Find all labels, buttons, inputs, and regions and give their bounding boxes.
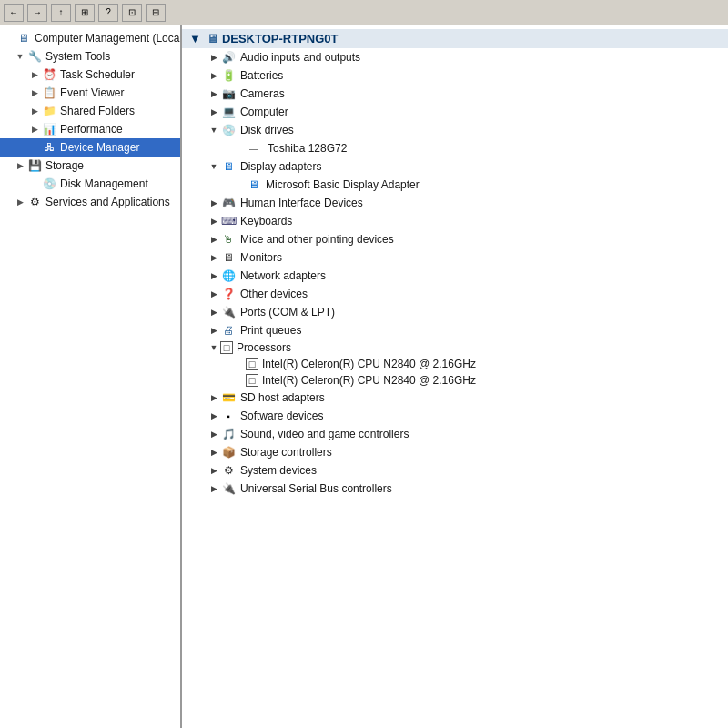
root-label: DESKTOP-RTPNG0T (222, 32, 339, 46)
expand-icon: ▶ (29, 69, 40, 80)
sidebar-item-label: Computer Management (Local) (35, 32, 182, 45)
print-icon: 🖨 (220, 323, 237, 338)
sidebar-item-label: Task Scheduler (60, 68, 135, 81)
device-item-toshiba[interactable]: — Toshiba 128G72 (182, 139, 728, 157)
device-item-sound[interactable]: ▶ 🎵 Sound, video and game controllers (182, 425, 728, 443)
expand-icon: ▼ (207, 162, 220, 171)
device-item-batteries[interactable]: ▶ 🔋 Batteries (182, 66, 728, 85)
sidebar-item-label: Shared Folders (60, 105, 135, 117)
device-item-keyboards[interactable]: ▶ ⌨ Keyboards (182, 212, 728, 230)
battery-icon: 🔋 (220, 68, 237, 83)
device-label: Toshiba 128G72 (268, 142, 347, 155)
processor-icon: □ (220, 341, 233, 354)
device-item-hid[interactable]: ▶ 🎮 Human Interface Devices (182, 194, 728, 212)
forward-button[interactable]: → (27, 4, 47, 22)
back-button[interactable]: ← (4, 4, 24, 22)
device-item-processors[interactable]: ▼ □ Processors (182, 339, 728, 356)
device-label: Software devices (240, 410, 323, 422)
expand-icon: ▶ (207, 53, 220, 62)
device-item-cameras[interactable]: ▶ 📷 Cameras (182, 85, 728, 103)
display-icon: 🖥 (220, 159, 237, 174)
task-scheduler-icon: ⏰ (42, 67, 56, 82)
sidebar-item-label: Performance (60, 123, 123, 136)
device-root[interactable]: ▼ 🖥 DESKTOP-RTPNG0T (182, 29, 728, 48)
device-label: Ports (COM & LPT) (240, 306, 335, 318)
device-item-disk-drives[interactable]: ▼ 💿 Disk drives (182, 121, 728, 139)
device-item-display-adapters[interactable]: ▼ 🖥 Display adapters (182, 157, 728, 176)
expand-icon: ▶ (207, 484, 220, 493)
main-content: 🖥 Computer Management (Local) ▼ 🔧 System… (0, 25, 728, 728)
sidebar-item-storage[interactable]: ▶ 💾 Storage (0, 157, 180, 175)
storage-icon: 💾 (27, 158, 42, 173)
device-item-ports[interactable]: ▶ 🔌 Ports (COM & LPT) (182, 303, 728, 321)
device-label: Mice and other pointing devices (240, 233, 394, 246)
device-label: Keyboards (240, 215, 292, 228)
maximize-button[interactable]: ⊡ (122, 4, 142, 22)
expand-icon: ▶ (207, 89, 220, 98)
device-item-audio[interactable]: ▶ 🔊 Audio inputs and outputs (182, 48, 728, 66)
device-item-computer[interactable]: ▶ 💻 Computer (182, 103, 728, 121)
device-label: Processors (237, 341, 291, 354)
computer-root-icon: 🖥 (207, 32, 218, 46)
device-item-mice[interactable]: ▶ 🖱 Mice and other pointing devices (182, 230, 728, 248)
device-label: Storage controllers (240, 446, 332, 459)
services-icon: ⚙ (27, 195, 42, 209)
device-item-monitors[interactable]: ▶ 🖥 Monitors (182, 248, 728, 267)
device-label: Print queues (240, 324, 301, 337)
expand-icon: ▼ (207, 126, 220, 135)
device-item-sd[interactable]: ▶ 💳 SD host adapters (182, 389, 728, 407)
mouse-icon: 🖱 (220, 232, 237, 247)
expand-icon: ▶ (207, 466, 220, 475)
show-hide-button[interactable]: ⊞ (75, 4, 95, 22)
device-label: Intel(R) Celeron(R) CPU N2840 @ 2.16GHz (262, 358, 476, 370)
device-label: Intel(R) Celeron(R) CPU N2840 @ 2.16GHz (262, 374, 476, 387)
up-button[interactable]: ↑ (51, 4, 71, 22)
sidebar-item-disk-management[interactable]: 💿 Disk Management (0, 175, 180, 193)
expand-icon: ▶ (207, 253, 220, 262)
sidebar-item-device-manager[interactable]: 🖧 Device Manager (0, 138, 180, 157)
expand-icon: ▶ (207, 107, 220, 116)
sidebar-item-label: Disk Management (60, 177, 148, 190)
device-label: Audio inputs and outputs (240, 51, 360, 64)
device-item-network[interactable]: ▶ 🌐 Network adapters (182, 267, 728, 285)
device-item-software[interactable]: ▶ ▪ Software devices (182, 407, 728, 425)
sidebar-item-label: Device Manager (60, 141, 139, 154)
sidebar-item-computer-management[interactable]: 🖥 Computer Management (Local) (0, 29, 180, 47)
device-item-other[interactable]: ▶ ❓ Other devices (182, 285, 728, 303)
sidebar-item-performance[interactable]: ▶ 📊 Performance (0, 120, 180, 138)
expand-icon: ▶ (207, 198, 220, 207)
help-button[interactable]: ? (98, 4, 118, 22)
performance-icon: 📊 (42, 122, 56, 136)
expand-icon: ▼ (15, 51, 25, 62)
device-item-storage-ctrl[interactable]: ▶ 📦 Storage controllers (182, 443, 728, 461)
device-item-system[interactable]: ▶ ⚙ System devices (182, 461, 728, 480)
software-icon: ▪ (220, 409, 237, 423)
device-item-cpu1[interactable]: □ Intel(R) Celeron(R) CPU N2840 @ 2.16GH… (182, 356, 728, 372)
display-child-icon: 🖥 (246, 177, 262, 192)
sidebar-item-system-tools[interactable]: ▼ 🔧 System Tools (0, 47, 180, 66)
sound-icon: 🎵 (220, 427, 237, 441)
device-item-print[interactable]: ▶ 🖨 Print queues (182, 321, 728, 339)
computer-icon: 🖥 (16, 31, 31, 46)
disk-icon: 💿 (220, 123, 237, 137)
expand-icon (29, 178, 40, 189)
expand-icon: ▶ (207, 235, 220, 244)
disk-child-icon: — (246, 141, 262, 156)
sidebar-item-task-scheduler[interactable]: ▶ ⏰ Task Scheduler (0, 66, 180, 84)
device-item-display-adapter-child[interactable]: 🖥 Microsoft Basic Display Adapter (182, 176, 728, 194)
system-tools-icon: 🔧 (27, 49, 42, 64)
toolbar: ← → ↑ ⊞ ? ⊡ ⊟ (0, 0, 728, 25)
expand-icon: ▶ (207, 411, 220, 420)
sidebar-item-event-viewer[interactable]: ▶ 📋 Event Viewer (0, 84, 180, 102)
minimize-button[interactable]: ⊟ (146, 4, 166, 22)
usb-icon: 🔌 (220, 481, 237, 496)
right-panel: ▼ 🖥 DESKTOP-RTPNG0T ▶ 🔊 Audio inputs and… (182, 25, 728, 728)
expand-icon: ▶ (207, 326, 220, 335)
sidebar-item-shared-folders[interactable]: ▶ 📁 Shared Folders (0, 102, 180, 120)
device-item-cpu2[interactable]: □ Intel(R) Celeron(R) CPU N2840 @ 2.16GH… (182, 372, 728, 389)
expand-icon: ▶ (207, 71, 220, 80)
device-item-usb[interactable]: ▶ 🔌 Universal Serial Bus controllers (182, 480, 728, 498)
sidebar-item-services[interactable]: ▶ ⚙ Services and Applications (0, 193, 180, 211)
disk-management-icon: 💿 (42, 177, 56, 191)
expand-icon: ▶ (207, 217, 220, 226)
